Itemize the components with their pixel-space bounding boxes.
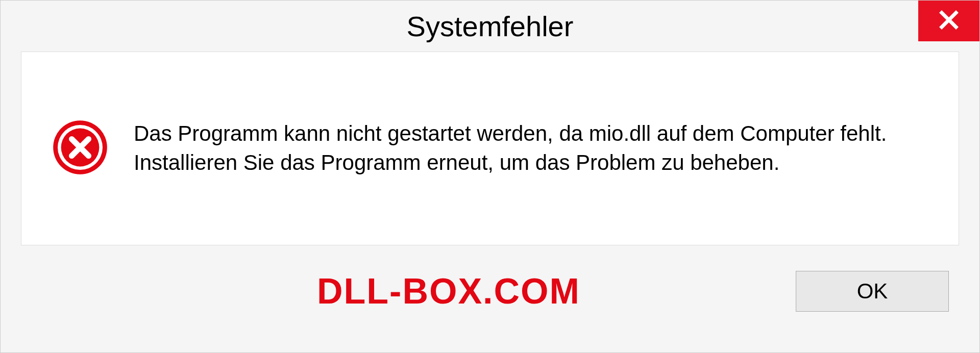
watermark-text: DLL-BOX.COM (317, 271, 580, 312)
titlebar: Systemfehler (1, 1, 979, 52)
error-dialog: Systemfehler Das Programm kann nicht ges… (0, 0, 980, 353)
error-message: Das Programm kann nicht gestartet werden… (134, 119, 918, 177)
close-icon (938, 9, 960, 33)
dialog-footer: DLL-BOX.COM OK (1, 245, 979, 337)
ok-button[interactable]: OK (796, 271, 949, 312)
content-panel: Das Programm kann nicht gestartet werden… (21, 52, 959, 245)
dialog-title: Systemfehler (407, 10, 574, 43)
close-button[interactable] (918, 1, 979, 41)
ok-button-label: OK (857, 279, 888, 304)
error-icon (52, 119, 108, 178)
